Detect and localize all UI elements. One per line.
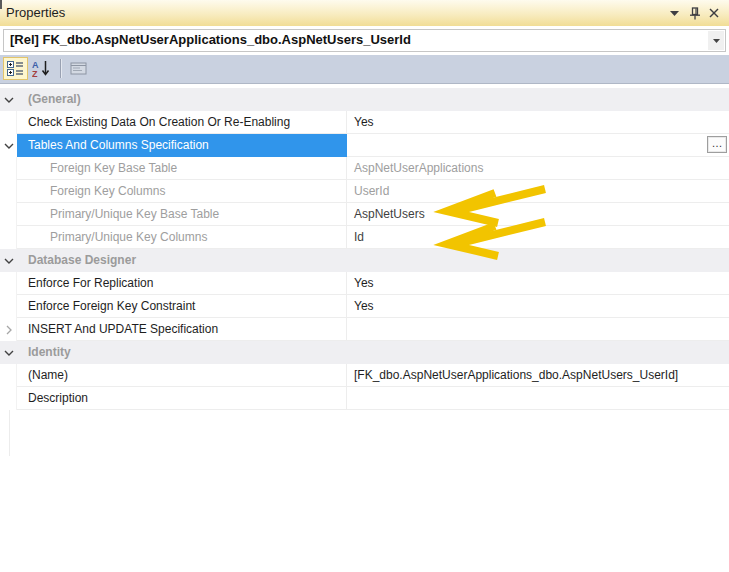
expand-toggle[interactable] xyxy=(0,318,17,341)
category-row-database-designer[interactable]: Database Designer xyxy=(0,249,729,272)
property-pages-icon xyxy=(70,62,87,75)
property-label: Primary/Unique Key Base Table xyxy=(17,203,347,226)
property-label: Description xyxy=(17,387,347,410)
category-label: Identity xyxy=(17,341,347,364)
property-value[interactable]: Yes xyxy=(347,295,729,318)
chevron-down-icon xyxy=(4,350,14,356)
chevron-down-icon xyxy=(4,143,14,149)
property-value[interactable] xyxy=(347,387,729,410)
chevron-right-icon xyxy=(6,325,12,335)
property-value: AspNetUserApplications xyxy=(347,157,729,180)
panel-title: Properties xyxy=(6,0,65,25)
window-position-icon[interactable] xyxy=(667,0,681,26)
property-label: Check Existing Data On Creation Or Re-En… xyxy=(17,111,347,134)
property-value: AspNetUsers xyxy=(347,203,729,226)
selected-object-name: [Rel] FK_dbo.AspNetUserApplications_dbo.… xyxy=(10,30,705,50)
property-value[interactable]: [FK_dbo.AspNetUserApplications_dbo.AspNe… xyxy=(347,364,729,387)
property-row-enforce-for-replication[interactable]: Enforce For Replication Yes xyxy=(0,272,729,295)
collapse-toggle[interactable] xyxy=(0,88,17,111)
property-value[interactable]: Yes xyxy=(347,272,729,295)
property-row-insert-update-specification[interactable]: INSERT And UPDATE Specification xyxy=(0,318,729,341)
category-row-general[interactable]: (General) xyxy=(0,88,729,111)
property-row-description[interactable]: Description xyxy=(0,387,729,410)
property-label: Foreign Key Columns xyxy=(17,180,347,203)
property-label: Primary/Unique Key Columns xyxy=(17,226,347,249)
ellipsis-button[interactable]: … xyxy=(707,136,727,153)
category-row-identity[interactable]: Identity xyxy=(0,341,729,364)
close-icon[interactable] xyxy=(707,0,721,26)
sort-alphabetical-icon: A Z xyxy=(32,60,51,77)
property-row-check-existing-data[interactable]: Check Existing Data On Creation Or Re-En… xyxy=(0,111,729,134)
property-value: UserId xyxy=(347,180,729,203)
toolbar-separator xyxy=(60,59,61,78)
property-label: Foreign Key Base Table xyxy=(17,157,347,180)
chevron-down-icon xyxy=(4,258,14,264)
object-selector-combobox[interactable]: [Rel] FK_dbo.AspNetUserApplications_dbo.… xyxy=(3,29,726,52)
panel-titlebar[interactable]: Properties xyxy=(0,0,729,26)
collapse-toggle[interactable] xyxy=(0,341,17,364)
chevron-down-icon xyxy=(4,97,14,103)
chevron-down-icon xyxy=(713,39,720,43)
svg-text:Z: Z xyxy=(32,69,38,78)
property-row-primary-key-columns[interactable]: Primary/Unique Key Columns Id xyxy=(0,226,729,249)
category-label: (General) xyxy=(17,88,347,111)
property-label: Enforce Foreign Key Constraint xyxy=(17,295,347,318)
properties-toolbar: A Z xyxy=(0,55,729,84)
resize-grip xyxy=(0,0,2,9)
categorized-button[interactable] xyxy=(3,57,28,80)
property-label: Enforce For Replication xyxy=(17,272,347,295)
pin-icon[interactable] xyxy=(688,0,702,26)
property-row-enforce-foreign-key-constraint[interactable]: Enforce Foreign Key Constraint Yes xyxy=(0,295,729,318)
property-row-tables-and-columns-selected[interactable]: Tables And Columns Specification … xyxy=(0,134,729,157)
combobox-dropdown-button[interactable] xyxy=(708,31,724,50)
categorized-icon xyxy=(7,61,24,76)
property-row-foreign-key-base-table[interactable]: Foreign Key Base Table AspNetUserApplica… xyxy=(0,157,729,180)
property-row-foreign-key-columns[interactable]: Foreign Key Columns UserId xyxy=(0,180,729,203)
property-value[interactable]: Yes xyxy=(347,111,729,134)
category-label: Database Designer xyxy=(17,249,347,272)
property-label: INSERT And UPDATE Specification xyxy=(17,318,347,341)
collapse-toggle[interactable] xyxy=(0,134,17,157)
property-grid: (General) Check Existing Data On Creatio… xyxy=(0,88,729,410)
grid-edge-line xyxy=(9,410,10,456)
properties-panel: Properties [Rel] FK_dbo.AspNetUserApplic… xyxy=(0,0,729,572)
property-row-name[interactable]: (Name) [FK_dbo.AspNetUserApplications_db… xyxy=(0,364,729,387)
alphabetical-sort-button[interactable]: A Z xyxy=(29,57,54,80)
property-value: Id xyxy=(347,226,729,249)
property-row-primary-key-base-table[interactable]: Primary/Unique Key Base Table AspNetUser… xyxy=(0,203,729,226)
property-label: Tables And Columns Specification xyxy=(17,134,347,157)
collapse-toggle[interactable] xyxy=(0,249,17,272)
property-pages-button[interactable] xyxy=(66,57,91,80)
property-label: (Name) xyxy=(17,364,347,387)
